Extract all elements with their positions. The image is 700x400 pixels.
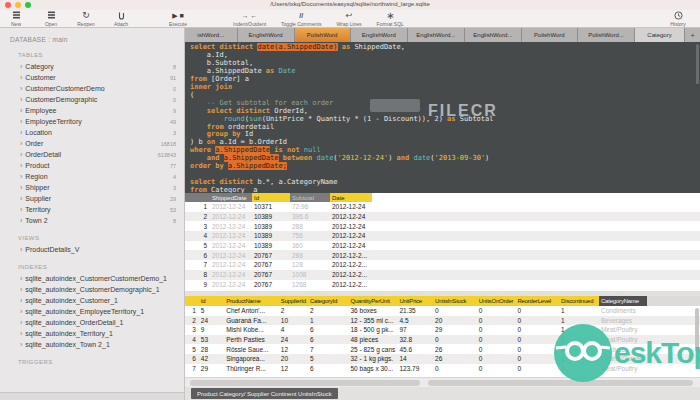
sidebar-table-product[interactable]: ›Product77 <box>0 160 184 171</box>
cell: 2012-12-24 <box>330 221 372 231</box>
toolbar-open-button[interactable]: Open <box>41 11 61 27</box>
toolbar-execute-button[interactable]: ▶■Execute <box>168 11 188 27</box>
column-header-categoryid[interactable]: CategoryId <box>308 296 349 306</box>
cell: 7 <box>308 344 349 354</box>
orders-grid-row[interactable]: 22012-12-2410389396.62012-12-24 <box>185 212 700 222</box>
sidebar-table-employee[interactable]: ›Employee9 <box>0 105 184 116</box>
code-token: inner join <box>190 83 232 91</box>
code-token: [Order] a <box>207 75 249 83</box>
tab-polishword-7[interactable]: PolishWord... <box>578 28 635 42</box>
column-header-id[interactable]: Id <box>252 193 290 202</box>
left-hscrollbar[interactable] <box>190 380 420 386</box>
tab-polishword-2[interactable]: PolishWord <box>295 28 351 42</box>
tab-ishword-0[interactable]: ishWord... <box>185 28 238 42</box>
toolbar-reopen-button[interactable]: ↻Reopen <box>76 11 96 27</box>
sidebar-table-orderdetail[interactable]: ›OrderDetail613843 <box>0 149 184 160</box>
cell: 288 <box>290 221 330 231</box>
orders-grid-row[interactable]: 72012-12-24207671282012-12-2... <box>185 260 700 270</box>
sidebar-table-customercustomerdemo[interactable]: ›CustomerCustomerDemo0 <box>0 83 184 94</box>
column-header-categoryname[interactable]: CategoryName <box>599 296 647 306</box>
cell: 4 <box>185 335 199 345</box>
column-header-discontinued[interactable]: Discontinued <box>559 296 599 306</box>
toolbar-toggle-comments-button[interactable]: //Toggle Comments <box>281 11 321 27</box>
cell: 10389 <box>252 241 290 251</box>
sidebar-table-employeeterritory[interactable]: ›EmployeeTerritory49 <box>0 116 184 127</box>
chevron-right-icon: › <box>20 297 22 304</box>
tab-englishword-4[interactable]: EnglishWord... <box>408 28 465 42</box>
code-line: select distinct b.*, a.CategoryName <box>190 179 700 187</box>
tab-englishword-1[interactable]: EnglishWord <box>238 28 295 42</box>
tab-polishword-6[interactable]: PolishWord <box>522 28 578 42</box>
chevron-right-icon: › <box>20 206 22 213</box>
sidebar-table-order[interactable]: ›Order16818 <box>0 138 184 149</box>
cell: 10389 <box>252 221 290 231</box>
column-header-unitsonorder[interactable]: UnitsOnOrder <box>477 296 516 306</box>
tab-englishword-5[interactable]: EnglishWord... <box>465 28 522 42</box>
toolbar-format-sql-button[interactable]: ∗Format SQL <box>377 11 404 27</box>
code-line: a.ShippedDate as Date <box>190 68 700 76</box>
row-count-badge: 3 <box>173 130 176 136</box>
sidebar-table-category[interactable]: ›Category8 <box>0 61 184 72</box>
column-header-empty <box>372 193 700 202</box>
sidebar-table-supplier[interactable]: ›Supplier29 <box>0 193 184 204</box>
column-header-productname[interactable]: ProductName <box>224 296 279 306</box>
column-header-reorderlevel[interactable]: ReorderLevel <box>515 296 559 306</box>
sidebar-table-customerdemographic[interactable]: ›CustomerDemographic0 <box>0 94 184 105</box>
search-highlight: a.ShippedDate; <box>228 162 287 170</box>
toolbar-wrap-lines-button[interactable]: ↩Wrap Lines <box>336 11 361 27</box>
sidebar-index-sqlite-autoindex-employeeterritory-1[interactable]: ›sqlite_autoindex_EmployeeTerritory_1 <box>0 306 184 317</box>
orders-grid-row[interactable]: 82012-12-242076710082012-12-2... <box>185 270 700 280</box>
toolbar-history-button[interactable]: History <box>668 11 688 27</box>
tab-englishword-3[interactable]: EnglishWord <box>351 28 408 42</box>
sidebar-table-shipper[interactable]: ›Shipper3 <box>0 182 184 193</box>
code-token: order by <box>190 162 224 170</box>
sidebar-table-name: Territory <box>25 206 50 213</box>
result-tab[interactable]: Product Category/ Supplier Continent Uni… <box>191 388 338 399</box>
column-header-unitsinstock[interactable]: UnitsInStock <box>433 296 477 306</box>
editor-scrollbar[interactable] <box>696 44 699 84</box>
column-header-date[interactable]: Date <box>330 193 372 202</box>
orders-grid-row[interactable]: 52012-12-24103893602012-12-24 <box>185 241 700 251</box>
column-header-subtotal[interactable]: Subtotal <box>290 193 330 202</box>
column-header-shippeddate[interactable]: ShippedDate <box>210 193 252 202</box>
sidebar-index-sqlite-autoindex-customercustomerdemo-1[interactable]: ›sqlite_autoindex_CustomerCustomerDemo_1 <box>0 273 184 284</box>
cell: 1 <box>185 306 199 316</box>
cell: 6 <box>308 325 349 335</box>
sidebar-table-region[interactable]: ›Region4 <box>0 171 184 182</box>
toolbar-indent-outdent-button[interactable]: → ←Indent/Outdent <box>233 11 266 27</box>
cell: 2012-12-24 <box>330 202 372 212</box>
open-file-icon <box>47 11 56 20</box>
sidebar-table-customer[interactable]: ›Customer91 <box>0 72 184 83</box>
sidebar-view-name: ProductDetails_V <box>25 246 79 253</box>
cell: 48 pieces <box>348 335 397 345</box>
sidebar-index-sqlite-autoindex-orderdetail-1[interactable]: ›sqlite_autoindex_OrderDetail_1 <box>0 317 184 328</box>
sidebar-index-sqlite-autoindex-customer-1[interactable]: ›sqlite_autoindex_Customer_1 <box>0 295 184 306</box>
code-token: date <box>413 154 430 162</box>
sidebar-index-sqlite-autoindex-customerdemographic-1[interactable]: ›sqlite_autoindex_CustomerDemographic_1 <box>0 284 184 295</box>
code-line: select distinct date(a.ShippedDate) as S… <box>190 44 700 52</box>
toolbar-new-button[interactable]: New <box>6 11 26 27</box>
cell: 2 <box>279 306 308 316</box>
orders-grid-row[interactable]: 92012-12-242076712682012-12-2... <box>185 280 700 290</box>
sidebar-table-location[interactable]: ›Location3 <box>0 127 184 138</box>
products-grid-row[interactable]: 15Chef Anton'...2236 boxes21.350001Condi… <box>185 306 700 316</box>
column-header-unitprice[interactable]: UnitPrice <box>397 296 433 306</box>
column-header-quantityperunit[interactable]: QuantityPerUnit <box>348 296 397 306</box>
column-header-supplierid[interactable]: SupplierId <box>279 296 308 306</box>
cell: 28 <box>199 344 224 354</box>
orders-grid-row[interactable]: 62012-12-24207672882012-12-2... <box>185 250 700 260</box>
sidebar-view-productdetails-v[interactable]: ›ProductDetails_V <box>0 244 184 255</box>
toolbar-attach-button[interactable]: Attach <box>111 11 131 27</box>
tab-category-8[interactable]: Category <box>635 28 685 42</box>
desktop-watermark-text: eskTop <box>614 336 700 370</box>
sidebar-index-sqlite-autoindex-territory-1[interactable]: ›sqlite_autoindex_Territory_1 <box>0 328 184 339</box>
orders-grid-row[interactable]: 32012-12-24103892882012-12-24 <box>185 221 700 231</box>
column-header-id[interactable]: Id <box>199 296 224 306</box>
cell: 6 <box>185 354 199 364</box>
sidebar-table-territory[interactable]: ›Territory53 <box>0 204 184 215</box>
new-tab-button[interactable]: + <box>685 28 700 42</box>
orders-grid-row[interactable]: 42012-12-24103897562012-12-24 <box>185 231 700 241</box>
orders-grid-row[interactable]: 12012-12-241037172.962012-12-24 <box>185 202 700 212</box>
sidebar-index-sqlite-autoindex-town-2-1[interactable]: ›sqlite_autoindex_Town 2_1 <box>0 339 184 350</box>
sidebar-table-town-2[interactable]: ›Town 28 <box>0 215 184 226</box>
